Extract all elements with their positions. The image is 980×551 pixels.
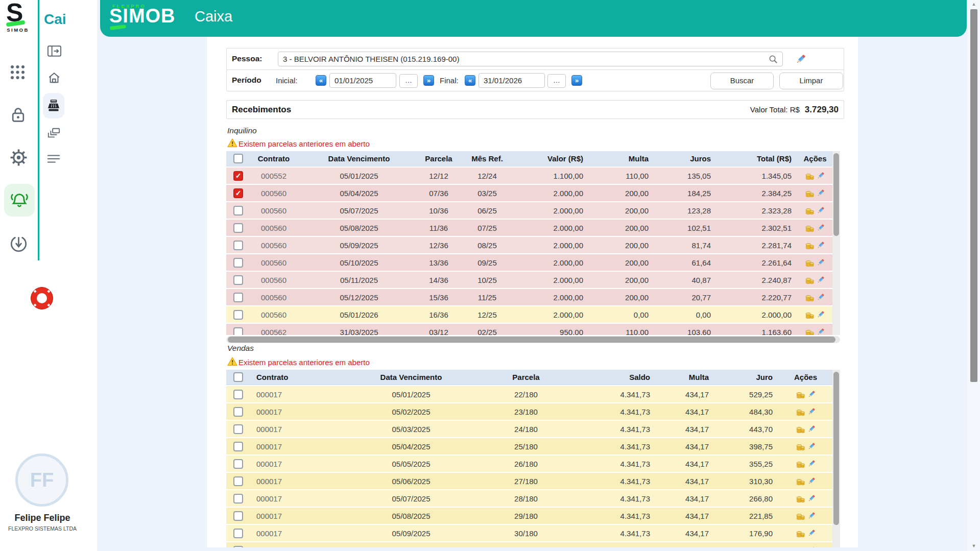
download-icon[interactable] (10, 235, 28, 253)
row-checkbox[interactable] (233, 407, 243, 417)
receive-coins-icon[interactable] (796, 529, 805, 538)
notifications-button[interactable] (4, 184, 35, 217)
limpar-button[interactable]: Limpar (779, 73, 843, 89)
receive-coins-icon[interactable] (805, 310, 815, 320)
inicial-date-input[interactable]: 01/01/2025 (329, 73, 396, 88)
edit-pencil-icon[interactable] (795, 53, 807, 65)
receive-coins-icon[interactable] (796, 459, 805, 469)
row-checkbox[interactable] (233, 546, 243, 548)
receive-coins-icon[interactable] (805, 188, 815, 198)
scrollbar-thumb[interactable] (970, 9, 977, 382)
row-checkbox[interactable] (233, 241, 243, 250)
collapse-sidebar-icon[interactable] (47, 44, 62, 58)
receive-coins-icon[interactable] (796, 407, 805, 417)
receive-coins-icon[interactable] (796, 494, 805, 504)
edit-pencil-icon[interactable] (807, 494, 816, 503)
select-all-checkbox[interactable] (233, 372, 243, 382)
row-checkbox[interactable] (233, 275, 243, 285)
row-checkbox[interactable] (233, 206, 243, 215)
lock-icon[interactable] (10, 106, 27, 124)
edit-pencil-icon[interactable] (816, 241, 825, 250)
receive-coins-icon[interactable] (805, 258, 815, 268)
row-checkbox[interactable] (233, 442, 243, 451)
scroll-up-arrow[interactable]: ▲ (968, 2, 980, 7)
row-checkbox[interactable] (233, 310, 243, 320)
final-prev-button[interactable]: « (465, 75, 475, 86)
scrollbar-thumb[interactable] (833, 153, 839, 236)
home-icon[interactable] (47, 71, 61, 84)
row-checkbox[interactable] (233, 494, 243, 504)
gear-icon[interactable] (9, 148, 28, 167)
edit-pencil-icon[interactable] (816, 293, 825, 302)
row-checkbox[interactable] (233, 476, 243, 486)
edit-pencil-icon[interactable] (807, 459, 816, 468)
scrollbar-thumb[interactable] (228, 337, 835, 343)
row-checkbox[interactable] (233, 293, 243, 302)
final-calendar-button[interactable]: … (547, 74, 566, 88)
edit-pencil-icon[interactable] (807, 511, 816, 520)
receive-coins-icon[interactable] (805, 275, 815, 285)
inicial-prev-button[interactable]: « (316, 75, 326, 86)
pessoa-input[interactable]: 3 - BELVOIR ANTÔNIO THEISEN (015.219.169… (278, 52, 783, 66)
receive-coins-icon[interactable] (796, 476, 805, 486)
receive-coins-icon[interactable] (805, 327, 815, 336)
edit-pencil-icon[interactable] (816, 258, 825, 267)
inquilino-horizontal-scrollbar[interactable] (226, 336, 840, 343)
row-checkbox[interactable] (233, 390, 243, 399)
life-ring-icon[interactable] (29, 285, 55, 312)
edit-pencil-icon[interactable] (816, 171, 825, 180)
row-checkbox[interactable] (233, 171, 243, 181)
edit-pencil-icon[interactable] (807, 424, 816, 434)
apps-grid-icon[interactable] (10, 64, 26, 80)
row-checkbox[interactable] (233, 424, 243, 434)
receive-coins-icon[interactable] (796, 442, 805, 451)
edit-pencil-icon[interactable] (807, 407, 816, 416)
receive-coins-icon[interactable] (805, 223, 815, 233)
receive-coins-icon[interactable] (805, 206, 815, 215)
vendas-vertical-scrollbar[interactable] (832, 370, 840, 547)
edit-pencil-icon[interactable] (807, 546, 816, 547)
receive-coins-icon[interactable] (796, 390, 805, 399)
final-next-button[interactable]: » (571, 75, 582, 86)
buscar-button[interactable]: Buscar (710, 73, 774, 89)
cash-register-button[interactable] (43, 93, 64, 118)
receive-coins-icon[interactable] (805, 293, 815, 302)
edit-pencil-icon[interactable] (807, 442, 816, 451)
row-checkbox[interactable] (233, 188, 243, 198)
search-icon[interactable] (769, 55, 778, 64)
edit-pencil-icon[interactable] (807, 529, 816, 538)
row-checkbox[interactable] (233, 258, 243, 268)
edit-pencil-icon[interactable] (816, 223, 825, 232)
edit-pencil-icon[interactable] (816, 327, 825, 335)
row-checkbox[interactable] (233, 511, 243, 521)
select-all-checkbox[interactable] (233, 154, 243, 163)
final-date-input[interactable]: 31/01/2026 (479, 73, 545, 88)
cell-juro: 355,25 (715, 456, 779, 472)
windows-stack-icon[interactable] (47, 127, 60, 140)
row-checkbox[interactable] (233, 529, 243, 538)
scrollbar-thumb[interactable] (833, 372, 839, 525)
edit-pencil-icon[interactable] (807, 390, 816, 399)
browser-scrollbar[interactable]: ▲ ▼ (968, 0, 980, 551)
scroll-down-arrow[interactable]: ▼ (968, 543, 980, 548)
edit-pencil-icon[interactable] (807, 476, 816, 486)
inicial-next-button[interactable]: » (423, 75, 434, 86)
row-checkbox[interactable] (233, 459, 243, 469)
inicial-calendar-button[interactable]: … (399, 74, 418, 88)
receive-coins-icon[interactable] (796, 424, 805, 434)
receive-coins-icon[interactable] (805, 171, 815, 181)
edit-pencil-icon[interactable] (816, 206, 825, 215)
menu-lines-icon[interactable] (47, 153, 60, 164)
inquilino-vertical-scrollbar[interactable] (832, 151, 840, 335)
edit-pencil-icon[interactable] (816, 188, 825, 198)
edit-pencil-icon[interactable] (816, 310, 825, 319)
receive-coins-icon[interactable] (805, 241, 815, 250)
row-checkbox[interactable] (233, 327, 243, 336)
cell-total: 2.261,64 (717, 254, 798, 271)
edit-pencil-icon[interactable] (816, 275, 825, 284)
receive-coins-icon[interactable] (796, 546, 805, 548)
avatar[interactable]: FF (15, 453, 68, 507)
receive-coins-icon[interactable] (796, 511, 805, 521)
row-checkbox[interactable] (233, 223, 243, 233)
cell-juros: 135,05 (655, 167, 717, 184)
